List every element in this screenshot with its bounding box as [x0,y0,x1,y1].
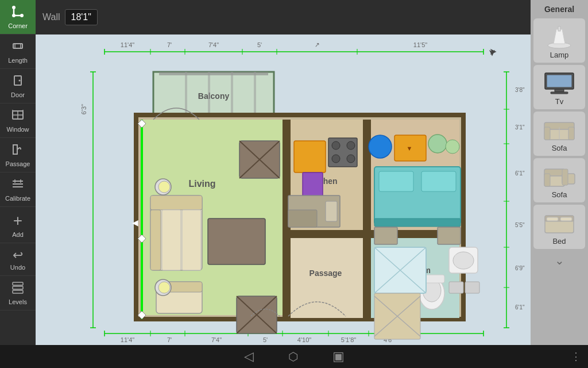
svg-text:6'3": 6'3" [80,104,87,114]
svg-text:◀: ◀ [132,218,138,227]
right-panel-title: General [544,5,574,14]
right-item-bed[interactable]: Bed [533,205,585,249]
svg-text:5': 5' [257,41,262,48]
passage-label: Passage [6,160,30,167]
svg-rect-106 [182,210,201,270]
svg-rect-155 [558,26,560,31]
calibrate-label: Calibrate [5,195,30,202]
sofa1-label: Sofa [552,144,567,152]
svg-point-123 [332,141,340,150]
add-icon: + [13,212,22,230]
calibrate-icon [11,177,25,194]
svg-rect-22 [13,290,23,293]
svg-text:7': 7' [167,41,172,48]
right-item-lamp[interactable]: Lamp [533,18,585,63]
svg-point-112 [158,282,170,293]
door-label: Door [11,91,25,98]
svg-point-1 [12,14,16,17]
tool-length[interactable]: Length [0,34,36,69]
window-label: Window [6,126,29,133]
svg-point-145 [453,252,474,269]
svg-rect-80 [208,72,210,118]
right-item-sofa1[interactable]: Sofa [533,112,585,156]
svg-rect-159 [551,92,568,94]
svg-rect-20 [13,282,23,285]
svg-rect-149 [449,282,463,293]
length-label: Length [8,57,28,64]
svg-text:4'10": 4'10" [297,336,311,343]
svg-rect-163 [568,127,574,140]
right-panel: General Lamp Tv [531,0,588,345]
right-item-sofa2[interactable]: Sofa [533,158,585,202]
svg-point-133 [428,135,447,153]
levels-label: Levels [9,298,27,305]
svg-text:7': 7' [167,336,172,343]
svg-point-0 [12,6,16,9]
corner-icon [11,5,25,21]
floor-plan-area: 11'4" 7' 7'4" 5' ↗ 11'5" ➤ ➤ 18'1" 6'3" … [36,34,531,345]
recents-button[interactable]: ▣ [332,349,345,364]
svg-rect-150 [465,282,479,293]
svg-text:11'4": 11'4" [121,41,134,48]
levels-icon [11,281,25,297]
svg-rect-120 [294,141,326,172]
svg-rect-139 [374,227,397,244]
sofa1-icon [539,115,579,144]
svg-rect-157 [547,75,572,87]
svg-point-110 [158,181,170,193]
svg-text:↗: ↗ [314,41,320,49]
svg-rect-81 [231,72,233,118]
tool-corner[interactable]: Corner [0,0,36,34]
right-item-tv[interactable]: Tv [533,65,585,109]
svg-rect-14 [13,145,17,154]
svg-text:6'9": 6'9" [515,265,525,271]
lamp-icon [539,22,579,51]
tool-undo[interactable]: ↩ Undo [0,243,36,276]
svg-text:▼: ▼ [407,145,413,152]
sofa2-icon [539,162,579,190]
svg-text:6'1": 6'1" [515,170,525,177]
svg-point-2 [20,14,24,17]
svg-text:3'8": 3'8" [515,87,525,93]
tv-label: Tv [555,97,563,106]
svg-text:5': 5' [263,336,268,343]
wall-value[interactable]: 18'1" [65,9,98,25]
back-button[interactable]: ◁ [244,349,254,364]
tool-add[interactable]: + Add [0,207,36,243]
tv-icon [539,68,579,97]
svg-text:5'1'8": 5'1'8" [341,336,357,343]
tool-window[interactable]: Window [0,103,36,138]
svg-text:7'4": 7'4" [208,41,219,48]
home-button[interactable]: ⬡ [288,350,298,363]
svg-text:Passage: Passage [310,269,342,278]
lamp-label: Lamp [550,51,569,59]
scroll-indicator: ⌄ [555,254,564,267]
tool-passage[interactable]: Passage [0,138,36,172]
tool-levels[interactable]: Levels [0,276,36,310]
svg-text:11'4": 11'4" [121,336,134,343]
svg-rect-169 [562,169,568,185]
svg-text:3'1": 3'1" [515,124,525,131]
svg-rect-21 [13,286,23,289]
bed-icon [539,208,579,237]
more-button[interactable]: ⋮ [571,350,581,363]
svg-rect-172 [547,217,558,221]
add-label: Add [12,231,24,238]
length-icon [11,39,25,56]
top-bar: Wall 18'1" [36,0,531,34]
svg-text:5'5": 5'5" [515,222,525,228]
svg-text:11'5": 11'5" [413,41,427,48]
window-icon [11,108,25,125]
svg-rect-129 [288,210,317,227]
wall-label: Wall [42,12,60,22]
svg-rect-104 [150,210,161,270]
svg-point-134 [446,140,459,154]
svg-text:7'4": 7'4" [211,336,222,343]
undo-label: Undo [10,264,25,271]
svg-rect-116 [208,218,265,264]
tool-calibrate[interactable]: Calibrate [0,172,36,207]
svg-rect-136 [379,171,413,191]
tool-door[interactable]: Door [0,69,36,103]
bottom-bar: ◁ ⬡ ▣ ⋮ [0,345,588,368]
sofa2-label: Sofa [552,190,567,199]
